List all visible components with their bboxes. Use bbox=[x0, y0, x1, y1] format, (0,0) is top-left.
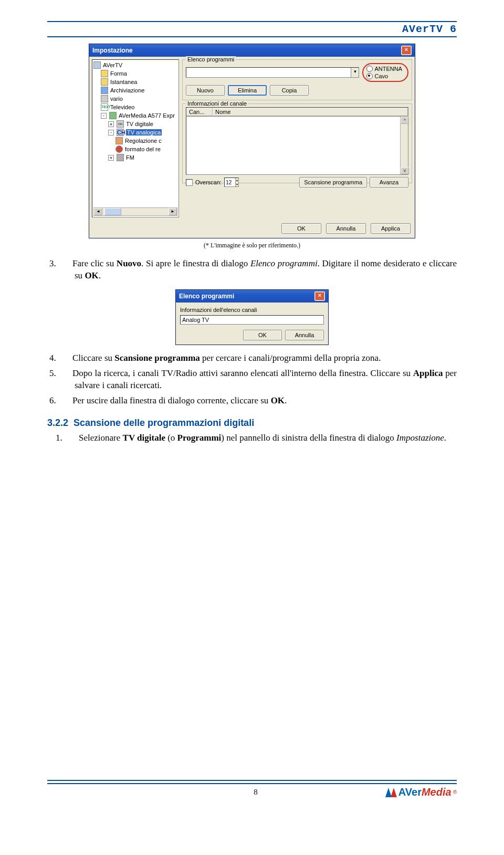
avanza-button[interactable]: Avanza bbox=[370, 177, 408, 187]
radio-cavo[interactable] bbox=[366, 73, 373, 79]
dialog2-ok-button[interactable]: OK bbox=[243, 330, 282, 340]
tree-item-label: AVerTV bbox=[103, 62, 122, 68]
radio-cavo-label: Cavo bbox=[374, 73, 388, 79]
close-icon[interactable]: × bbox=[401, 46, 412, 55]
tree-item[interactable]: AVerTV bbox=[93, 61, 177, 69]
copia-button[interactable]: Copia bbox=[270, 85, 309, 96]
tree-item-icon: TEXT bbox=[101, 103, 108, 111]
vscrollbar[interactable]: ^ v bbox=[400, 117, 408, 174]
dropdown-icon[interactable]: ▼ bbox=[351, 68, 359, 77]
tree-item-label: Regolazione c bbox=[125, 138, 162, 144]
close-icon[interactable]: × bbox=[314, 291, 325, 301]
informazioni-canale-fieldset: Informazioni del canale Can... Nome ^ v bbox=[182, 103, 412, 183]
tree-item[interactable]: Istantanea bbox=[93, 78, 177, 86]
elenco-programmi-fieldset: Elenco programmi ▼ ANTENNA Cavo Nuovo El… bbox=[182, 59, 412, 100]
col-can[interactable]: Can... bbox=[186, 108, 213, 116]
elenco-programmi-dialog: Elenco programmi × Informazioni dell'ele… bbox=[175, 289, 329, 345]
spin-up-icon[interactable]: ▴ bbox=[235, 178, 238, 182]
applica-button[interactable]: Applica bbox=[371, 223, 411, 234]
tree-item-label: Televideo bbox=[110, 104, 134, 110]
legend-elenco: Elenco programmi bbox=[186, 56, 236, 62]
tree-item-icon: CH bbox=[117, 120, 124, 128]
tree-item[interactable]: TEXTTelevideo bbox=[93, 103, 177, 111]
scroll-down-icon[interactable]: v bbox=[401, 167, 409, 174]
scroll-left-icon[interactable]: ◄ bbox=[94, 208, 102, 215]
image-caption: (* L'immagine è solo per riferimento.) bbox=[47, 242, 457, 249]
expander-icon[interactable]: - bbox=[108, 130, 114, 135]
channel-table-body: ^ v bbox=[186, 117, 408, 175]
tree-item-icon bbox=[101, 78, 108, 86]
scroll-up-icon[interactable]: ^ bbox=[401, 117, 409, 124]
tree-item[interactable]: Regolazione c bbox=[93, 137, 177, 145]
channel-table-header: Can... Nome bbox=[186, 107, 408, 117]
step-5: 5.Dopo la ricerca, i canali TV/Radio att… bbox=[62, 368, 457, 392]
tree-item-label: TV analogica bbox=[126, 129, 162, 135]
tree-item-label: Istantanea bbox=[110, 79, 137, 85]
tree-item-label: TV digitale bbox=[126, 121, 153, 127]
tree-item-label: AVerMedia A577 Expr bbox=[119, 112, 175, 119]
scroll-thumb[interactable] bbox=[104, 208, 121, 215]
tree-item-icon bbox=[116, 137, 123, 144]
tree-item[interactable]: -CHTV analogica bbox=[93, 128, 177, 137]
expander-icon[interactable]: + bbox=[108, 121, 114, 127]
page-number: 8 bbox=[126, 788, 385, 797]
logo-triangle-icon bbox=[391, 788, 397, 797]
tree-item[interactable]: Forma bbox=[93, 69, 177, 78]
tree-item[interactable]: Archiviazione bbox=[93, 86, 177, 95]
settings-tree[interactable]: AVerTVFormaIstantaneaArchiviazionevarioT… bbox=[92, 59, 179, 217]
tree-item-label: Archiviazione bbox=[110, 87, 144, 93]
annulla-button[interactable]: Annulla bbox=[326, 223, 366, 234]
header-title: AVerTV 6 bbox=[47, 23, 457, 35]
radio-antenna-label: ANTENNA bbox=[374, 66, 402, 72]
overscan-spinner[interactable]: ▴▾ bbox=[224, 178, 239, 187]
programmi-combo[interactable]: ▼ bbox=[186, 67, 359, 78]
tree-item[interactable]: formato del re bbox=[93, 145, 177, 153]
expander-icon[interactable]: - bbox=[101, 113, 107, 119]
tree-item-icon: CH bbox=[117, 129, 124, 136]
tree-item-icon bbox=[117, 154, 124, 161]
titlebar: Impostazione × bbox=[89, 44, 415, 57]
step-4: 4.Cliccare su Scansione programma per ce… bbox=[62, 352, 457, 364]
avermedia-logo: AVerMedia® bbox=[385, 786, 457, 798]
elimina-button[interactable]: Elimina bbox=[228, 85, 267, 96]
col-nome[interactable]: Nome bbox=[213, 108, 408, 116]
dialog-button-row: OK Annulla Applica bbox=[89, 220, 415, 238]
impostazione-dialog: Impostazione × AVerTVFormaIstantaneaArch… bbox=[89, 44, 415, 238]
scroll-right-icon[interactable]: ► bbox=[169, 208, 177, 215]
section-step-1: 1.Selezionare TV digitale (o Programmi) … bbox=[68, 432, 457, 444]
dialog2-title: Elenco programmi bbox=[179, 293, 234, 300]
step-3: 3.Fare clic su Nuovo. Si apre le finestr… bbox=[62, 258, 457, 282]
ok-button[interactable]: OK bbox=[281, 223, 321, 234]
legend-info-canale: Informazioni del canale bbox=[186, 100, 248, 107]
tree-item-label: vario bbox=[110, 96, 123, 102]
dialog-title: Impostazione bbox=[92, 47, 133, 54]
tree-item-icon bbox=[93, 61, 101, 69]
nuovo-button[interactable]: Nuovo bbox=[186, 85, 225, 96]
overscan-checkbox[interactable] bbox=[186, 179, 193, 186]
tree-item-label: formato del re bbox=[125, 146, 161, 152]
radio-antenna[interactable] bbox=[366, 66, 373, 72]
tree-item-icon bbox=[101, 87, 108, 94]
tree-item-label: FM bbox=[126, 154, 134, 161]
tree-item[interactable]: -AVerMedia A577 Expr bbox=[93, 111, 177, 120]
tree-item-icon bbox=[109, 112, 117, 119]
tree-item[interactable]: +FM bbox=[93, 153, 177, 162]
overscan-value[interactable] bbox=[225, 180, 235, 185]
tree-item-icon bbox=[101, 95, 108, 102]
scansione-programma-button[interactable]: Scansione programma bbox=[299, 177, 367, 187]
dialog2-label: Informazioni dell'elenco canali bbox=[180, 307, 324, 313]
tree-item[interactable]: vario bbox=[93, 95, 177, 103]
page-footer: 8 AVerMedia® bbox=[47, 780, 457, 798]
elenco-name-input[interactable] bbox=[180, 315, 324, 325]
tree-item-label: Forma bbox=[110, 70, 127, 77]
expander-icon[interactable]: + bbox=[108, 155, 114, 161]
spin-down-icon[interactable]: ▾ bbox=[235, 182, 238, 186]
tree-item-icon bbox=[116, 145, 123, 153]
tree-item[interactable]: +CHTV digitale bbox=[93, 120, 177, 128]
step-6: 6.Per uscire dalla finestra di dialogo c… bbox=[62, 395, 457, 407]
signal-radio-group: ANTENNA Cavo bbox=[362, 63, 408, 82]
tree-item-icon bbox=[101, 70, 108, 77]
dialog2-annulla-button[interactable]: Annulla bbox=[285, 330, 324, 340]
hscrollbar[interactable]: ◄► bbox=[93, 207, 177, 216]
section-heading: 3.2.2 Scansione delle programmazioni dig… bbox=[47, 416, 457, 429]
